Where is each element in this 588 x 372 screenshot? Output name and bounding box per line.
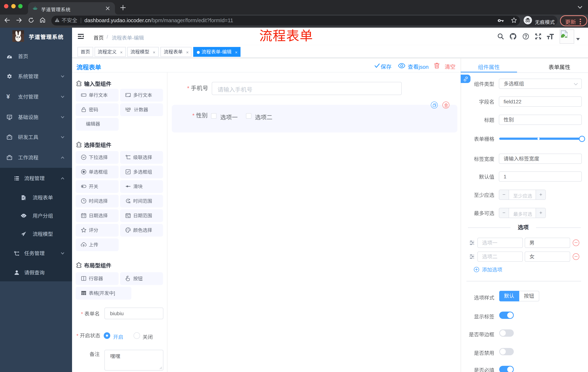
svg-text:123: 123 xyxy=(125,107,131,111)
